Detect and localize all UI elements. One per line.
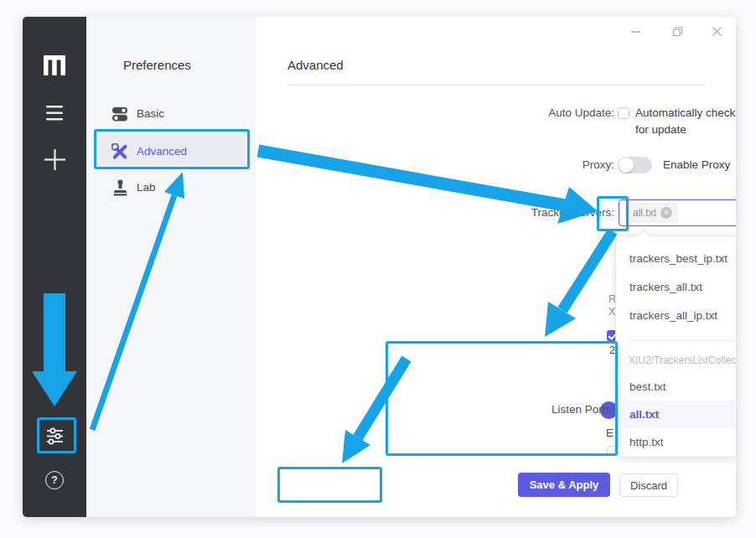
text-fragment-3: 2 bbox=[609, 344, 615, 356]
app-sidebar: ? bbox=[23, 17, 86, 517]
dropdown-item[interactable]: http.txt bbox=[617, 428, 736, 456]
dropdown-item[interactable]: trackers_all.txt bbox=[617, 273, 736, 301]
help-icon[interactable]: ? bbox=[23, 471, 86, 489]
tools-icon bbox=[111, 143, 128, 160]
text-fragment-4: E bbox=[606, 427, 614, 439]
dropdown-group-label: XIU2/TrackersListCollection bbox=[629, 348, 736, 373]
close-button[interactable] bbox=[709, 23, 724, 39]
dropdown-item[interactable]: trackers_best_ip.txt bbox=[617, 245, 736, 272]
dropdown-item[interactable]: best.txt bbox=[617, 373, 736, 401]
proxy-toggle[interactable] bbox=[618, 157, 652, 173]
sidebar-item-lab-label: Lab bbox=[137, 179, 156, 196]
app-window: ? Preferences Basic Advanced bbox=[23, 17, 736, 517]
advanced-settings-panel: Advanced Auto Update: Automatically chec… bbox=[256, 17, 736, 517]
page-title: Advanced bbox=[287, 58, 344, 72]
minimize-button[interactable] bbox=[628, 23, 643, 39]
tracker-servers-select[interactable]: all.txt × bbox=[619, 199, 736, 226]
tracker-source-dropdown: trackers_best_ip.txt trackers_all.txt tr… bbox=[615, 235, 736, 458]
auto-update-checkbox[interactable] bbox=[618, 107, 629, 119]
toggle-knob bbox=[619, 158, 634, 173]
restore-button[interactable] bbox=[670, 23, 685, 39]
preferences-title: Preferences bbox=[123, 58, 191, 72]
preferences-panel: Preferences Basic Advanced bbox=[86, 17, 256, 517]
tracker-servers-label: Tracker Servers: bbox=[463, 204, 614, 221]
proxy-label: Proxy: bbox=[463, 157, 614, 173]
tag-label: all.txt bbox=[633, 207, 656, 219]
sidebar-item-basic-label: Basic bbox=[137, 106, 164, 122]
add-task-icon[interactable] bbox=[23, 148, 86, 171]
discard-button[interactable]: Discard bbox=[619, 473, 678, 497]
dropdown-item[interactable]: trackers_all_ip.txt bbox=[617, 302, 736, 329]
help-glyph: ? bbox=[45, 471, 64, 489]
listen-ports-label: Listen Ports: bbox=[463, 401, 614, 418]
tag-remove-icon[interactable]: × bbox=[660, 207, 672, 219]
auto-update-label: Auto Update: bbox=[463, 105, 614, 122]
selected-tracker-tag: all.txt × bbox=[625, 204, 677, 222]
auto-update-checkbox-label[interactable]: Automatically check for update bbox=[635, 105, 736, 138]
title-divider bbox=[287, 85, 707, 85]
proxy-toggle-label: Enable Proxy bbox=[663, 157, 730, 173]
dropdown-item-label: all.txt bbox=[629, 408, 659, 421]
save-apply-button[interactable]: Save & Apply bbox=[518, 473, 610, 497]
motrix-logo-icon bbox=[23, 55, 86, 75]
task-list-icon[interactable] bbox=[23, 104, 86, 122]
dropdown-caret bbox=[638, 230, 650, 241]
sidebar-item-advanced-label: Advanced bbox=[137, 143, 187, 160]
dropdown-item-selected[interactable]: all.txt ✓ bbox=[617, 401, 736, 428]
preferences-sliders-icon[interactable] bbox=[23, 426, 86, 447]
dropdown-group-divider bbox=[629, 340, 736, 341]
